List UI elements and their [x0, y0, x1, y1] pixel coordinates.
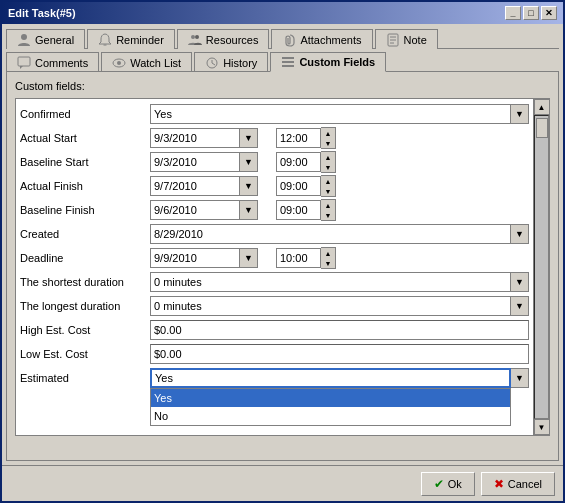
baseline-finish-spin-up[interactable]: ▲	[321, 200, 335, 210]
dropdown-estimated[interactable]: ▼	[150, 368, 529, 388]
people-icon	[188, 33, 202, 47]
content-area: Custom fields: Confirmed ▼ Actual Start	[6, 71, 559, 461]
field-created: Created ▼	[20, 223, 529, 245]
estimated-option-no[interactable]: No	[151, 407, 510, 425]
estimated-option-yes[interactable]: Yes	[151, 389, 510, 407]
bottom-bar: ✔ Ok ✖ Cancel	[2, 465, 563, 501]
deadline-date-btn[interactable]: ▼	[240, 248, 258, 268]
dropdown-confirmed[interactable]: ▼	[150, 104, 529, 124]
deadline-spinner: ▲ ▼	[321, 247, 336, 269]
minimize-button[interactable]: _	[505, 6, 521, 20]
window-title: Edit Task(#5)	[8, 7, 76, 19]
svg-point-2	[191, 35, 195, 39]
actual-start-date-btn[interactable]: ▼	[240, 128, 258, 148]
field-confirmed: Confirmed ▼	[20, 103, 529, 125]
longest-input[interactable]	[150, 296, 511, 316]
baseline-start-spinner: ▲ ▼	[321, 151, 336, 173]
label-estimated: Estimated	[20, 372, 150, 384]
baseline-start-date-btn[interactable]: ▼	[240, 152, 258, 172]
svg-line-14	[212, 63, 215, 65]
actual-finish-spin-up[interactable]: ▲	[321, 176, 335, 186]
baseline-start-date-input[interactable]	[150, 152, 240, 172]
label-baseline-start: Baseline Start	[20, 156, 150, 168]
actual-finish-spin-down[interactable]: ▼	[321, 186, 335, 196]
actual-start-date-input[interactable]	[150, 128, 240, 148]
deadline-spin-down[interactable]: ▼	[321, 258, 335, 268]
scroll-thumb[interactable]	[536, 118, 548, 138]
actual-start-spin-down[interactable]: ▼	[321, 138, 335, 148]
shortest-dropdown-btn[interactable]: ▼	[511, 272, 529, 292]
tab-note[interactable]: Note	[375, 29, 438, 49]
deadline-time-input[interactable]	[276, 248, 321, 268]
fields-container: Confirmed ▼ Actual Start ▼	[15, 98, 550, 436]
created-input[interactable]	[150, 224, 511, 244]
label-confirmed: Confirmed	[20, 108, 150, 120]
fields-icon	[281, 55, 295, 69]
comment-icon	[17, 56, 31, 70]
tab-watchlist[interactable]: Watch List	[101, 52, 192, 72]
baseline-finish-time-input[interactable]	[276, 200, 321, 220]
ok-button[interactable]: ✔ Ok	[421, 472, 475, 496]
actual-start-spin-up[interactable]: ▲	[321, 128, 335, 138]
tab-general[interactable]: General	[6, 29, 85, 49]
svg-point-3	[195, 35, 199, 39]
svg-point-0	[21, 34, 27, 40]
control-low-est-cost	[150, 344, 529, 364]
tab-resources[interactable]: Resources	[177, 29, 270, 49]
actual-finish-time-input[interactable]	[276, 176, 321, 196]
dropdown-longest[interactable]: ▼	[150, 296, 529, 316]
baseline-start-spin-up[interactable]: ▲	[321, 152, 335, 162]
fields-inner: Confirmed ▼ Actual Start ▼	[16, 99, 533, 435]
deadline-date-input[interactable]	[150, 248, 240, 268]
maximize-button[interactable]: □	[523, 6, 539, 20]
scroll-down-btn[interactable]: ▼	[534, 419, 550, 435]
date-actual-finish: ▼	[150, 176, 270, 196]
estimated-input[interactable]	[150, 368, 511, 388]
high-est-cost-input[interactable]	[150, 320, 529, 340]
label-deadline: Deadline	[20, 252, 150, 264]
label-shortest-duration: The shortest duration	[20, 276, 150, 288]
dropdown-created[interactable]: ▼	[150, 224, 529, 244]
x-icon: ✖	[494, 477, 504, 491]
confirmed-dropdown-btn[interactable]: ▼	[511, 104, 529, 124]
cancel-button[interactable]: ✖ Cancel	[481, 472, 555, 496]
actual-finish-date-input[interactable]	[150, 176, 240, 196]
tab-attachments[interactable]: Attachments	[271, 29, 372, 49]
scroll-track[interactable]	[534, 115, 549, 419]
field-shortest-duration: The shortest duration ▼	[20, 271, 529, 293]
close-button[interactable]: ✕	[541, 6, 557, 20]
label-baseline-finish: Baseline Finish	[20, 204, 150, 216]
field-low-est-cost: Low Est. Cost	[20, 343, 529, 365]
baseline-finish-date-btn[interactable]: ▼	[240, 200, 258, 220]
clock-icon	[205, 56, 219, 70]
created-dropdown-btn[interactable]: ▼	[511, 224, 529, 244]
cancel-label: Cancel	[508, 478, 542, 490]
baseline-start-spin-down[interactable]: ▼	[321, 162, 335, 172]
field-actual-finish: Actual Finish ▼ ▲ ▼	[20, 175, 529, 197]
title-bar-buttons: _ □ ✕	[505, 6, 557, 20]
time-deadline: ▲ ▼	[276, 247, 336, 269]
control-longest-duration: ▼	[150, 296, 529, 316]
label-actual-finish: Actual Finish	[20, 180, 150, 192]
longest-dropdown-btn[interactable]: ▼	[511, 296, 529, 316]
baseline-start-time-input[interactable]	[276, 152, 321, 172]
shortest-input[interactable]	[150, 272, 511, 292]
tab-reminder[interactable]: Reminder	[87, 29, 175, 49]
actual-start-time-input[interactable]	[276, 128, 321, 148]
low-est-cost-input[interactable]	[150, 344, 529, 364]
confirmed-input[interactable]	[150, 104, 511, 124]
svg-rect-16	[282, 61, 294, 63]
actual-finish-date-btn[interactable]: ▼	[240, 176, 258, 196]
dropdown-shortest[interactable]: ▼	[150, 272, 529, 292]
tab-history[interactable]: History	[194, 52, 268, 72]
tab-comments[interactable]: Comments	[6, 52, 99, 72]
estimated-dropdown-btn[interactable]: ▼	[511, 368, 529, 388]
paperclip-icon	[282, 33, 296, 47]
baseline-finish-spin-down[interactable]: ▼	[321, 210, 335, 220]
svg-marker-9	[20, 66, 23, 69]
tab-custom-fields[interactable]: Custom Fields	[270, 52, 386, 72]
baseline-finish-date-input[interactable]	[150, 200, 240, 220]
scroll-up-btn[interactable]: ▲	[534, 99, 550, 115]
person-icon	[17, 33, 31, 47]
deadline-spin-up[interactable]: ▲	[321, 248, 335, 258]
